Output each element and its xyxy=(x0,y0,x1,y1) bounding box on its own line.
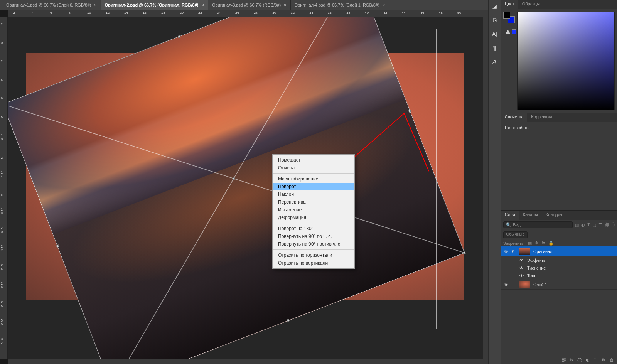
filter-smart-icon[interactable]: ☰ xyxy=(598,222,602,228)
lock-label: Закрепить: xyxy=(503,241,525,246)
context-menu: Помещает Отмена Масштабирование Поворот … xyxy=(272,154,355,269)
tab-0[interactable]: Оригинал-1.psd @ 66,7% (Слой 0, RGB/8#)× xyxy=(2,0,101,10)
visibility-icon[interactable]: 👁 xyxy=(503,249,509,254)
filter-shape-icon[interactable]: ▢ xyxy=(592,222,596,228)
menu-flip-h[interactable]: Отразить по горизонтали xyxy=(273,251,354,259)
filter-toggle[interactable] xyxy=(605,222,615,228)
expand-icon[interactable]: ▾ xyxy=(512,249,516,254)
layer-name: Слой 1 xyxy=(533,282,547,287)
visibility-icon[interactable]: 👁 xyxy=(503,282,509,287)
scrollbar-vertical[interactable] xyxy=(483,17,488,359)
tab-1[interactable]: Оригинал-2.psd @ 66,7% (Оригинал, RGB/8#… xyxy=(101,0,208,10)
ruler-vertical[interactable]: 2024681 01 21 41 61 82 02 22 42 62 83 03… xyxy=(0,17,8,359)
close-icon[interactable]: × xyxy=(284,3,286,7)
group-icon[interactable]: 🗀 xyxy=(593,357,598,362)
menu-perspective[interactable]: Перспектива xyxy=(273,198,354,206)
layer-effect-shadow[interactable]: 👁Тень xyxy=(501,272,617,280)
tab-adjustments[interactable]: Коррекция xyxy=(527,113,556,122)
menu-cancel[interactable]: Отмена xyxy=(273,164,354,172)
properties-body: Нет свойств xyxy=(501,122,617,133)
panel-icon-strip: ◢ ⎘ A| ¶ A xyxy=(488,0,501,364)
search-icon: 🔍 xyxy=(506,222,511,228)
glyphs-icon[interactable]: ⎘ xyxy=(491,16,499,24)
filter-image-icon[interactable]: ▥ xyxy=(575,222,579,228)
blend-mode-select[interactable]: Обычные xyxy=(503,231,528,238)
tab-2[interactable]: Оригинал-3.psd @ 66,7% (RGB/8#)× xyxy=(208,0,291,10)
menu-rotate-180[interactable]: Поворот на 180° xyxy=(273,225,354,233)
lock-position-icon[interactable]: ✥ xyxy=(535,241,538,246)
menu-rotate-90ccw[interactable]: Повернуть на 90° против ч. с. xyxy=(273,240,354,248)
tab-channels[interactable]: Каналы xyxy=(519,211,542,220)
menu-rotate[interactable]: Поворот xyxy=(273,183,354,190)
canvas-viewport[interactable]: Помещает Отмена Масштабирование Поворот … xyxy=(8,17,488,359)
menu-distort[interactable]: Искажение xyxy=(273,206,354,214)
layers-panel-tabs: Слои Каналы Контуры xyxy=(501,211,617,220)
layer-row[interactable]: 👁 ▾ Оригинал xyxy=(501,246,617,256)
new-layer-icon[interactable]: 🗎 xyxy=(602,357,606,362)
websafe-swatch[interactable] xyxy=(512,29,516,34)
trash-icon[interactable]: 🗑 xyxy=(610,357,614,362)
tab-swatches[interactable]: Образцы xyxy=(518,0,544,9)
layer-thumb xyxy=(519,248,530,255)
layer-thumb xyxy=(519,281,530,288)
tab-3[interactable]: Оригинал-4.psd @ 66,7% (Слой 1, RGB/8#)× xyxy=(291,0,389,10)
adjustment-icon[interactable]: ◐ xyxy=(586,357,590,362)
ruler-icon[interactable]: ◢ xyxy=(491,2,499,10)
filter-type-icon[interactable]: T xyxy=(587,222,590,227)
layer-effects-header[interactable]: 👁Эффекты xyxy=(501,256,617,264)
gamut-warning-icon[interactable] xyxy=(506,30,510,34)
close-icon[interactable]: × xyxy=(94,3,96,7)
color-panel xyxy=(501,9,617,113)
filter-adjust-icon[interactable]: ◐ xyxy=(581,222,585,228)
layer-name: Оригинал xyxy=(533,249,553,254)
fg-bg-swatch[interactable] xyxy=(503,12,515,23)
fx-icon[interactable]: fx xyxy=(570,357,573,362)
close-icon[interactable]: × xyxy=(383,3,385,7)
menu-place[interactable]: Помещает xyxy=(273,156,354,164)
link-layers-icon[interactable]: ⛓ xyxy=(562,357,566,362)
menu-warp[interactable]: Деформация xyxy=(273,214,354,221)
menu-scale[interactable]: Масштабирование xyxy=(273,175,354,183)
close-icon[interactable]: × xyxy=(202,3,204,7)
layer-list: 👁 ▾ Оригинал 👁Эффекты 👁Тиснение 👁Тень 👁 … xyxy=(501,246,617,356)
tab-layers[interactable]: Слои xyxy=(501,211,519,220)
layer-row[interactable]: 👁 Слой 1 xyxy=(501,280,617,290)
styles-icon[interactable]: A xyxy=(491,58,499,66)
menu-flip-v[interactable]: Отразить по вертикали xyxy=(273,259,354,267)
menu-rotate-90cw[interactable]: Повернуть на 90° по ч. с. xyxy=(273,233,354,240)
character-icon[interactable]: A| xyxy=(491,30,499,38)
lock-all-icon[interactable]: 🔒 xyxy=(548,241,554,246)
lock-pixels-icon[interactable]: ▩ xyxy=(528,241,532,246)
scrollbar-horizontal[interactable] xyxy=(8,359,488,364)
color-ramp[interactable] xyxy=(517,12,615,110)
lock-nested-icon[interactable]: ⚑ xyxy=(541,241,545,246)
tab-properties[interactable]: Свойства xyxy=(501,113,527,122)
menu-skew[interactable]: Наклон xyxy=(273,190,354,198)
layer-effect-bevel[interactable]: 👁Тиснение xyxy=(501,264,617,272)
layer-filter-select[interactable]: 🔍 Вид xyxy=(503,221,573,228)
ruler-horizontal[interactable]: 2468101214161820222426283032343638404244… xyxy=(8,10,488,17)
properties-panel-tabs: Свойства Коррекция xyxy=(501,113,617,122)
mask-icon[interactable]: ◯ xyxy=(577,357,582,362)
layers-footer: ⛓ fx ◯ ◐ 🗀 🗎 🗑 xyxy=(501,356,617,364)
tab-color[interactable]: Цвет xyxy=(501,0,518,9)
color-panel-tabs: Цвет Образцы xyxy=(501,0,617,9)
paragraph-icon[interactable]: ¶ xyxy=(491,44,499,52)
tab-paths[interactable]: Контуры xyxy=(542,211,566,220)
